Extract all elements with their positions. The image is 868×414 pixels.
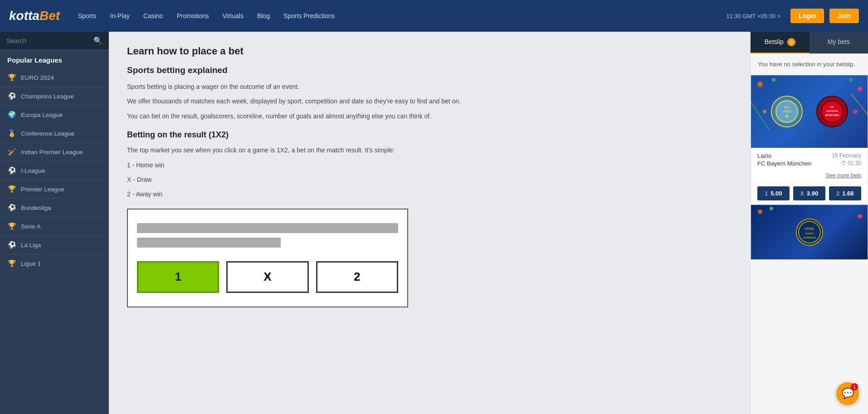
conference-league-icon: 🏅 <box>7 129 16 137</box>
svg-point-0 <box>757 82 763 87</box>
nav-sports[interactable]: Sports <box>78 12 96 19</box>
sidebar-item-conference-league[interactable]: 🏅 Conference League <box>0 124 109 143</box>
match-teams-row2: FC Bayern München ⏱ 01:30 <box>757 160 861 167</box>
odds-label-x: X <box>800 190 804 197</box>
clock-icon: ⏱ <box>841 160 846 166</box>
optionx-text: X - Draw <box>127 175 732 185</box>
match-card2-image: PARIS SAINT- GERMAIN <box>751 205 868 259</box>
nav-inplay[interactable]: In-Play <box>110 12 130 19</box>
champions-league-icon: ⚽ <box>7 92 16 100</box>
match-team1: Lazio <box>757 152 771 159</box>
sidebar-item-label: Conference League <box>21 130 75 137</box>
match-team2: FC Bayern München <box>757 160 811 167</box>
chat-bubble[interactable]: 💬 1 <box>836 382 859 405</box>
match-info: Lazio 15 February FC Bayern München ⏱ 01… <box>751 148 868 170</box>
la-liga-icon: ⚽ <box>7 241 16 249</box>
sidebar-item-label: Europa League <box>21 112 63 118</box>
match-card-image: S.S. LAZIO FC BAYERN MÜNCHEN <box>751 75 868 148</box>
nav-promotions[interactable]: Promotions <box>177 12 209 19</box>
search-icon[interactable]: 🔍 <box>93 36 102 45</box>
sidebar-item-i-league[interactable]: ⚽ I-League <box>0 161 109 180</box>
sidebar-item-label: EURO 2024 <box>21 74 54 81</box>
option2-text: 2 - Away win <box>127 189 732 199</box>
match-time-value: 01:30 <box>848 160 861 166</box>
header: kottaBet Sports In-Play Casino Promotion… <box>0 0 868 32</box>
tab-mybets[interactable]: My bets <box>809 32 868 54</box>
bar-half <box>137 238 281 248</box>
search-box: 🔍 <box>0 32 109 50</box>
result-para: The top market you see when you click on… <box>127 145 732 155</box>
sidebar-item-serie-a[interactable]: 🏆 Serie A <box>0 217 109 236</box>
match-card-psg: PARIS SAINT- GERMAIN <box>751 205 868 260</box>
header-right: 11:30 GMT +05:30 > Login Join <box>726 9 859 23</box>
tab-betslip[interactable]: Betslip 0 <box>751 32 809 54</box>
ipl-icon: 🏏 <box>7 148 16 156</box>
page-title: Learn how to place a bet <box>127 45 732 57</box>
content-area: Learn how to place a bet Sports betting … <box>109 32 750 414</box>
header-time: 11:30 GMT +05:30 > <box>726 13 780 19</box>
svg-point-17 <box>770 207 773 210</box>
svg-point-5 <box>853 109 858 114</box>
nav-casino[interactable]: Casino <box>143 12 163 19</box>
nav-sports-predictions[interactable]: Sports Predictions <box>283 12 335 19</box>
svg-point-4 <box>763 110 766 113</box>
bet-btn-x[interactable]: X <box>226 261 308 293</box>
login-button[interactable]: Login <box>790 9 824 23</box>
svg-line-7 <box>751 102 769 130</box>
nav-virtuals[interactable]: Virtuals <box>222 12 243 19</box>
betslip-empty-text: You have no selection in your betslip. <box>751 54 868 75</box>
sidebar-item-ipl[interactable]: 🏏 Indian Premier League <box>0 143 109 161</box>
sidebar-item-label: La Liga <box>21 242 41 248</box>
odds-btn-x[interactable]: X 3.90 <box>793 186 825 200</box>
sidebar-item-label: Serie A <box>21 223 41 230</box>
europa-league-icon: 🌍 <box>7 111 16 119</box>
odds-btn-1[interactable]: 1 5.00 <box>757 186 790 200</box>
logo[interactable]: kottaBet <box>9 9 60 23</box>
popular-leagues-title: Popular Leagues <box>0 50 109 68</box>
odds-btn-2[interactable]: 2 1.68 <box>829 186 861 200</box>
svg-point-2 <box>858 87 862 91</box>
main-layout: 🔍 Popular Leagues 🏆 EURO 2024 ⚽ Champion… <box>0 32 868 414</box>
odds-value-x: 3.90 <box>807 190 818 197</box>
ligue-1-icon: 🏆 <box>7 259 16 268</box>
content-subtitle: Sports betting explained <box>127 65 732 75</box>
logo-bet: Bet <box>39 9 60 23</box>
card-decoration <box>751 75 868 148</box>
match-time: ⏱ 01:30 <box>841 160 861 167</box>
svg-point-16 <box>758 209 762 214</box>
sidebar-item-la-liga[interactable]: ⚽ La Liga <box>0 236 109 254</box>
right-panel: Betslip 0 My bets You have no selection … <box>750 32 868 414</box>
bet-btn-2[interactable]: 2 <box>316 261 398 293</box>
bet-btn-1[interactable]: 1 <box>137 261 219 293</box>
diagram-bars <box>137 223 398 248</box>
sidebar-item-europa-league[interactable]: 🌍 Europa League <box>0 106 109 124</box>
join-button[interactable]: Join <box>829 9 859 23</box>
betslip-tab-label: Betslip <box>765 38 784 45</box>
betslip-badge: 0 <box>787 38 795 46</box>
option1-text: 1 - Home win <box>127 160 732 170</box>
nav-blog[interactable]: Blog <box>257 12 270 19</box>
mybets-tab-label: My bets <box>828 38 850 45</box>
svg-point-18 <box>858 214 862 219</box>
sidebar: 🔍 Popular Leagues 🏆 EURO 2024 ⚽ Champion… <box>0 32 109 414</box>
sidebar-item-label: Premier League <box>21 186 64 193</box>
match-teams: Lazio 15 February <box>757 152 861 159</box>
odds-label-2: 2 <box>837 190 840 197</box>
content-para3: You can bet on the result, goalscorers, … <box>127 111 732 121</box>
match-date: 15 February <box>832 152 861 159</box>
see-more-bets[interactable]: See more bets <box>751 170 868 182</box>
bet-buttons: 1 X 2 <box>137 261 398 293</box>
betslip-tabs: Betslip 0 My bets <box>751 32 868 54</box>
sidebar-item-ligue-1[interactable]: 🏆 Ligue 1 <box>0 254 109 273</box>
sidebar-item-champions-league[interactable]: ⚽ Champions League <box>0 87 109 106</box>
search-input[interactable] <box>6 37 93 44</box>
sidebar-item-premier-league[interactable]: 🏆 Premier League <box>0 180 109 199</box>
svg-point-3 <box>849 78 853 82</box>
sidebar-item-bundesliga[interactable]: ⚽ Bundesliga <box>0 199 109 217</box>
svg-line-6 <box>851 93 868 116</box>
bundesliga-icon: ⚽ <box>7 204 16 212</box>
odds-value-2: 1.68 <box>842 190 853 197</box>
sidebar-item-label: Bundesliga <box>21 205 51 211</box>
sidebar-item-euro2024[interactable]: 🏆 EURO 2024 <box>0 68 109 87</box>
odds-label-1: 1 <box>765 190 768 197</box>
